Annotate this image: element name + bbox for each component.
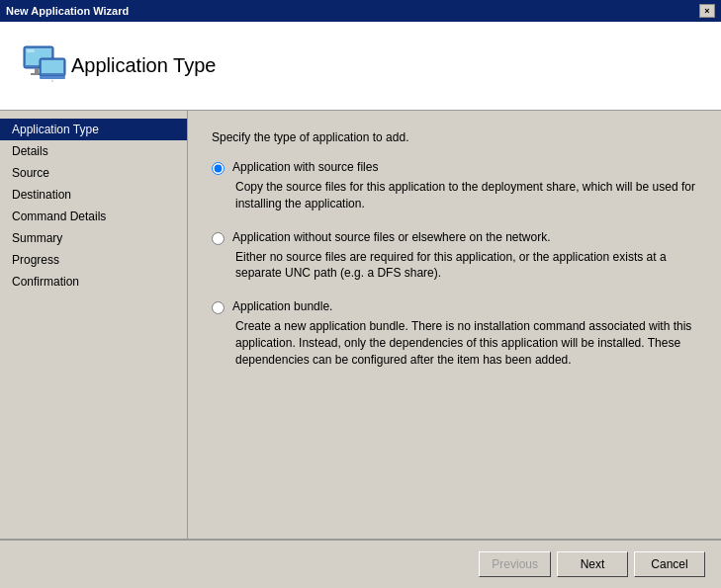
option-radio-3[interactable] [212, 301, 225, 314]
option-block-2: Application without source files or else… [212, 230, 697, 283]
svg-point-8 [51, 80, 53, 82]
sidebar-item-details[interactable]: Details [0, 140, 187, 162]
svg-rect-7 [40, 76, 65, 79]
sidebar-item-confirmation[interactable]: Confirmation [0, 271, 187, 293]
sidebar-item-destination[interactable]: Destination [0, 184, 187, 206]
sidebar-item-summary[interactable]: Summary [0, 227, 187, 249]
option-label-2: Application without source files or else… [212, 230, 697, 245]
header-title: Application Type [71, 54, 216, 77]
sidebar-item-application-type[interactable]: Application Type [0, 119, 187, 140]
svg-rect-3 [35, 68, 39, 73]
option-label-text-1: Application with source files [232, 160, 378, 174]
previous-button[interactable]: Previous [479, 551, 551, 577]
title-bar-controls: × [699, 4, 715, 18]
option-desc-2: Either no source files are required for … [235, 249, 697, 283]
title-bar: New Application Wizard × [0, 0, 721, 22]
dialog: Application Type Application TypeDetails… [0, 22, 721, 588]
close-button[interactable]: × [699, 4, 715, 18]
option-block-1: Application with source filesCopy the so… [212, 160, 697, 212]
next-button[interactable]: Next [557, 551, 628, 577]
sidebar-item-source[interactable]: Source [0, 162, 187, 184]
option-desc-1: Copy the source files for this applicati… [235, 179, 697, 212]
sidebar-item-command-details[interactable]: Command Details [0, 206, 187, 227]
option-label-3: Application bundle. [212, 299, 697, 314]
option-block-3: Application bundle.Create a new applicat… [212, 299, 697, 368]
option-radio-1[interactable] [212, 162, 225, 175]
header-icon [20, 41, 71, 92]
intro-text: Specify the type of application to add. [212, 130, 697, 144]
options-container: Application with source filesCopy the so… [212, 160, 697, 369]
option-label-text-3: Application bundle. [232, 299, 332, 313]
sidebar-item-progress[interactable]: Progress [0, 249, 187, 271]
header: Application Type [0, 22, 721, 111]
svg-rect-2 [27, 49, 35, 52]
sidebar: Application TypeDetailsSourceDestination… [0, 111, 188, 539]
option-label-text-2: Application without source files or else… [232, 230, 551, 244]
svg-rect-6 [42, 60, 63, 73]
title-bar-text: New Application Wizard [6, 5, 129, 17]
option-radio-2[interactable] [212, 232, 225, 245]
option-label-1: Application with source files [212, 160, 697, 175]
cancel-button[interactable]: Cancel [634, 551, 705, 577]
footer: Previous Next Cancel [0, 539, 721, 588]
content: Application TypeDetailsSourceDestination… [0, 111, 721, 539]
main-panel: Specify the type of application to add. … [188, 111, 721, 539]
option-desc-3: Create a new application bundle. There i… [235, 318, 697, 368]
